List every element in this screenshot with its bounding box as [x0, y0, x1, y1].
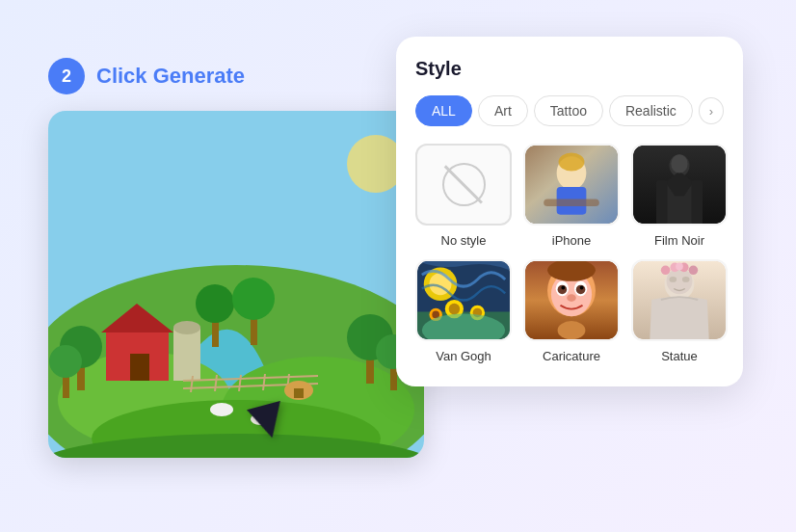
svg-point-71 — [547, 259, 596, 281]
style-item-van-gogh[interactable]: Van Gogh — [415, 259, 512, 363]
style-thumb-no-style — [415, 144, 512, 226]
svg-point-69 — [580, 286, 584, 290]
style-name-caricature: Caricature — [543, 349, 600, 363]
iphone-thumb-svg — [525, 144, 618, 226]
statue-thumb-svg — [633, 259, 726, 341]
svg-rect-48 — [691, 180, 703, 224]
style-name-statue: Statue — [661, 349, 698, 363]
svg-point-78 — [682, 277, 690, 282]
style-item-film-noir[interactable]: Film Noir — [631, 144, 728, 248]
tab-realistic[interactable]: Realistic — [609, 95, 693, 126]
svg-point-68 — [561, 286, 565, 290]
style-name-van-gogh: Van Gogh — [436, 349, 491, 363]
panel-title: Style — [415, 58, 724, 80]
svg-point-46 — [671, 154, 687, 173]
svg-rect-7 — [130, 354, 149, 381]
style-thumb-caricature — [523, 259, 620, 341]
step-text: Click Generate — [96, 64, 245, 89]
tab-art[interactable]: Art — [478, 95, 528, 126]
style-thumb-iphone — [523, 144, 620, 226]
farm-image-card — [48, 111, 424, 458]
svg-point-19 — [196, 284, 234, 323]
svg-point-9 — [173, 321, 200, 334]
film-noir-thumb-svg — [633, 144, 726, 226]
style-item-statue[interactable]: Statue — [631, 259, 728, 363]
svg-point-22 — [210, 403, 233, 416]
svg-point-13 — [49, 345, 82, 378]
svg-rect-32 — [294, 388, 304, 398]
style-item-no-style[interactable]: No style — [415, 144, 512, 248]
caricature-thumb-svg — [525, 259, 618, 341]
style-thumb-film-noir — [631, 144, 728, 226]
tab-tattoo[interactable]: Tattoo — [534, 95, 603, 126]
svg-point-39 — [559, 152, 585, 171]
van-gogh-thumb-svg — [417, 259, 510, 341]
step-label: 2 Click Generate — [48, 58, 245, 94]
style-panel: Style ALL Art Tattoo Realistic › No styl… — [396, 37, 743, 386]
svg-point-21 — [232, 278, 275, 320]
style-name-no-style: No style — [441, 233, 487, 248]
step-number: 2 — [48, 58, 85, 94]
style-thumb-statue — [631, 259, 728, 341]
style-name-film-noir: Film Noir — [654, 233, 704, 248]
svg-point-82 — [689, 266, 699, 276]
no-style-icon — [442, 163, 486, 206]
tab-all[interactable]: ALL — [415, 95, 472, 126]
svg-rect-40 — [544, 199, 599, 206]
style-item-caricature[interactable]: Caricature — [523, 259, 620, 363]
style-grid: No style — [415, 144, 724, 363]
style-thumb-van-gogh — [415, 259, 512, 341]
svg-rect-47 — [656, 180, 668, 224]
tabs-next-arrow[interactable]: › — [699, 97, 724, 124]
svg-point-72 — [558, 321, 586, 339]
filter-tabs: ALL Art Tattoo Realistic › — [415, 95, 724, 126]
style-name-iphone: iPhone — [552, 233, 591, 248]
svg-point-77 — [669, 277, 677, 282]
svg-point-54 — [449, 304, 461, 315]
main-container: 2 Click Generate — [0, 0, 796, 532]
svg-point-83 — [676, 263, 683, 271]
svg-rect-8 — [173, 328, 200, 381]
svg-point-79 — [661, 266, 671, 276]
style-item-iphone[interactable]: iPhone — [523, 144, 620, 248]
farm-scene-svg — [48, 111, 424, 458]
svg-point-70 — [567, 294, 576, 302]
